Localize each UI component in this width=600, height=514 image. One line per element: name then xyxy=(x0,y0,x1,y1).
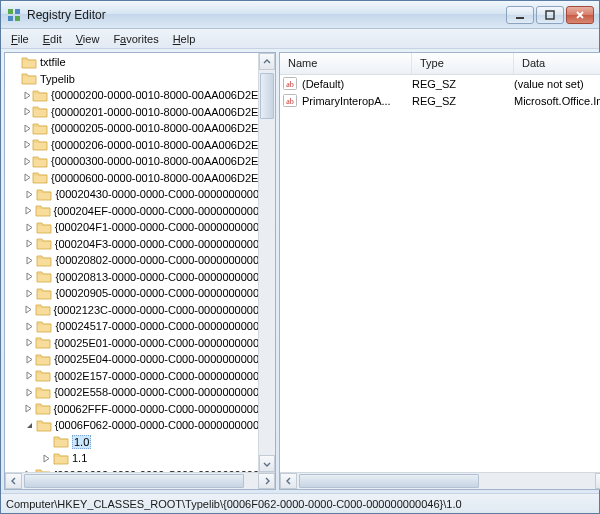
header-name[interactable]: Name xyxy=(280,53,412,74)
expand-icon[interactable] xyxy=(23,385,35,399)
expand-icon[interactable] xyxy=(23,237,36,251)
tree-item-label: {000204F1-0000-0000-C000-000000000046} xyxy=(55,221,275,233)
tree-item[interactable]: {0002123C-0000-0000-C000-000000000046} xyxy=(5,302,275,319)
twisty-none xyxy=(7,55,21,69)
tree-item-label: {000204F3-0000-0000-C000-000000000046} xyxy=(55,238,275,250)
tree-item-label: {000204EF-0000-0000-C000-000000000046} xyxy=(54,205,275,217)
tree-item[interactable]: {000204F1-0000-0000-C000-000000000046} xyxy=(5,219,275,236)
collapse-icon[interactable] xyxy=(23,418,36,432)
menu-file[interactable]: File xyxy=(5,31,35,47)
expand-icon[interactable] xyxy=(39,451,53,465)
tree-item[interactable]: {00020813-0000-0000-C000-000000000046} xyxy=(5,269,275,286)
tree-item[interactable]: {00000205-0000-0010-8000-00AA006D2EA4} xyxy=(5,120,275,137)
menu-favorites[interactable]: Favorites xyxy=(107,31,164,47)
tree-item-label: {00062FFF-0000-0000-C000-000000000046} xyxy=(54,403,275,415)
expand-icon[interactable] xyxy=(23,402,35,416)
tree-view[interactable]: txtfileTypelib{00000200-0000-0010-8000-0… xyxy=(5,53,275,489)
tree-item[interactable]: {00000201-0000-0010-8000-00AA006D2EA4} xyxy=(5,104,275,121)
tree-item[interactable]: {00000300-0000-0010-8000-00AA006D2EA4} xyxy=(5,153,275,170)
expand-icon[interactable] xyxy=(23,352,35,366)
menu-edit[interactable]: Edit xyxy=(37,31,68,47)
folder-icon xyxy=(32,121,48,135)
menu-help[interactable]: Help xyxy=(167,31,202,47)
minimize-button[interactable] xyxy=(506,6,534,24)
tree-item[interactable]: {00000600-0000-0010-8000-00AA006D2EA4} xyxy=(5,170,275,187)
tree-scrollbar-v[interactable] xyxy=(258,53,275,472)
scroll-thumb-h[interactable] xyxy=(24,474,244,488)
folder-icon xyxy=(36,220,52,234)
tree-item[interactable]: {00020905-0000-0000-C000-000000000046} xyxy=(5,285,275,302)
expand-icon[interactable] xyxy=(23,303,35,317)
expand-icon[interactable] xyxy=(23,369,35,383)
scroll-thumb-h[interactable] xyxy=(299,474,479,488)
cell-data: Microsoft.Office.Inte xyxy=(514,95,600,107)
tree-item-label: {00020802-0000-0000-C000-000000000046} xyxy=(55,254,275,266)
string-value-icon: ab xyxy=(282,94,298,108)
tree-item-label: 1.0 xyxy=(72,435,91,449)
tree-item-label: {00020905-0000-0000-C000-000000000046} xyxy=(55,287,275,299)
tree-item[interactable]: {0002E157-0000-0000-C000-000000000046} xyxy=(5,368,275,385)
scroll-right-icon[interactable] xyxy=(258,473,275,489)
cell-data: (value not set) xyxy=(514,78,600,90)
expand-icon[interactable] xyxy=(23,121,32,135)
header-type[interactable]: Type xyxy=(412,53,514,74)
scroll-up-icon[interactable] xyxy=(259,53,275,70)
tree-item[interactable]: 1.1 xyxy=(5,450,275,467)
expand-icon[interactable] xyxy=(23,220,36,234)
expand-icon[interactable] xyxy=(23,171,32,185)
expand-icon[interactable] xyxy=(23,187,36,201)
tree-scrollbar-h[interactable] xyxy=(5,472,275,489)
tree-item[interactable]: txtfile xyxy=(5,54,275,71)
scroll-thumb-v[interactable] xyxy=(260,73,274,119)
list-row[interactable]: ab(Default)REG_SZ(value not set) xyxy=(280,75,600,92)
expand-icon[interactable] xyxy=(23,319,36,333)
tree-item[interactable]: {00020430-0000-0000-C000-000000000046} xyxy=(5,186,275,203)
svg-rect-3 xyxy=(15,16,20,21)
scroll-down-icon[interactable] xyxy=(259,455,275,472)
cell-type: REG_SZ xyxy=(412,78,514,90)
tree-item[interactable]: {000204EF-0000-0000-C000-000000000046} xyxy=(5,203,275,220)
tree-item[interactable]: {00000200-0000-0010-8000-00AA006D2EA4} xyxy=(5,87,275,104)
twisty-none xyxy=(7,72,21,86)
scroll-right-icon[interactable] xyxy=(595,473,600,489)
expand-icon[interactable] xyxy=(23,105,32,119)
expand-icon[interactable] xyxy=(23,270,36,284)
tree-item[interactable]: 1.0 xyxy=(5,434,275,451)
tree-item[interactable]: {000204F3-0000-0000-C000-000000000046} xyxy=(5,236,275,253)
close-button[interactable] xyxy=(566,6,594,24)
tree-item[interactable]: Typelib xyxy=(5,71,275,88)
scroll-left-icon[interactable] xyxy=(5,473,22,489)
tree-item-label: {0002E157-0000-0000-C000-000000000046} xyxy=(54,370,275,382)
body: txtfileTypelib{00000200-0000-0010-8000-0… xyxy=(1,49,599,493)
tree-item-label: {00025E04-0000-0000-C000-000000000046} xyxy=(54,353,275,365)
maximize-button[interactable] xyxy=(536,6,564,24)
tree-item[interactable]: {0002E558-0000-0000-C000-000000000046} xyxy=(5,384,275,401)
list-scrollbar-h[interactable] xyxy=(280,472,600,489)
menu-view[interactable]: View xyxy=(70,31,106,47)
tree-item[interactable]: {00024517-0000-0000-C000-000000000046} xyxy=(5,318,275,335)
expand-icon[interactable] xyxy=(23,253,36,267)
tree-item[interactable]: {00025E01-0000-0000-C000-000000000046} xyxy=(5,335,275,352)
list-row[interactable]: abPrimaryInteropA...REG_SZMicrosoft.Offi… xyxy=(280,92,600,109)
scroll-left-icon[interactable] xyxy=(280,473,297,489)
list-view[interactable]: ab(Default)REG_SZ(value not set)abPrimar… xyxy=(280,75,600,489)
folder-icon xyxy=(53,451,69,465)
expand-icon[interactable] xyxy=(23,336,35,350)
tree-item[interactable]: {00025E04-0000-0000-C000-000000000046} xyxy=(5,351,275,368)
folder-icon xyxy=(35,385,51,399)
tree-item-label: {00000600-0000-0010-8000-00AA006D2EA4} xyxy=(51,172,275,184)
folder-icon xyxy=(35,369,51,383)
expand-icon[interactable] xyxy=(23,286,36,300)
cell-name: PrimaryInteropA... xyxy=(302,95,412,107)
tree-item[interactable]: {00020802-0000-0000-C000-000000000046} xyxy=(5,252,275,269)
header-data[interactable]: Data xyxy=(514,53,600,74)
expand-icon[interactable] xyxy=(23,204,35,218)
folder-icon xyxy=(36,270,52,284)
titlebar[interactable]: Registry Editor xyxy=(1,1,599,29)
expand-icon[interactable] xyxy=(23,138,32,152)
tree-item[interactable]: {0006F062-0000-0000-C000-000000000046} xyxy=(5,417,275,434)
tree-item[interactable]: {00062FFF-0000-0000-C000-000000000046} xyxy=(5,401,275,418)
expand-icon[interactable] xyxy=(23,88,32,102)
expand-icon[interactable] xyxy=(23,154,32,168)
tree-item[interactable]: {00000206-0000-0010-8000-00AA006D2EA4} xyxy=(5,137,275,154)
